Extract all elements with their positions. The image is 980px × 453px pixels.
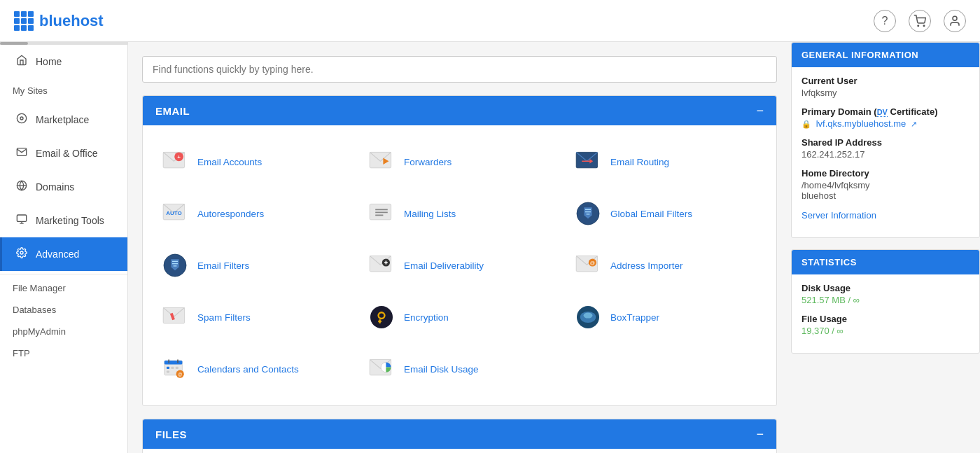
server-info-row: Server Information (802, 209, 969, 221)
disk-usage-label: Disk Usage (802, 283, 969, 293)
sidebar-phpmyadmin[interactable]: phpMyAdmin (0, 321, 127, 342)
svg-rect-59 (167, 370, 169, 372)
sidebar-my-sites-label: My Sites (13, 85, 48, 96)
primary-domain-text: Primary Domain ( (802, 106, 877, 117)
mailing-lists-label: Mailing Lists (404, 209, 456, 219)
shared-ip-label: Shared IP Address (802, 137, 969, 148)
svg-point-4 (20, 117, 23, 120)
disk-usage-row: Disk Usage 521.57 MB / ∞ (802, 283, 969, 305)
sidebar-domains-label: Domains (36, 181, 74, 193)
autoresponders-item[interactable]: AUTO Autoresponders (150, 191, 356, 236)
dv-badge: DV (877, 108, 888, 117)
forwarders-label: Forwarders (404, 157, 451, 167)
spam-filters-item[interactable]: Spam Filters (150, 295, 356, 340)
external-link-icon: ↗ (911, 120, 917, 128)
home-dir-sub: bluehost (802, 190, 969, 201)
primary-domain-label: Primary Domain (DV Certificate) (802, 106, 969, 117)
email-filters-icon (160, 250, 190, 281)
marketing-icon (15, 214, 29, 228)
email-filters-label: Email Filters (197, 260, 249, 271)
sidebar-item-email-office[interactable]: Email & Office (0, 137, 127, 170)
logo: bluehost (14, 11, 104, 31)
sidebar-file-manager[interactable]: File Manager (0, 277, 127, 299)
sidebar-home-label: Home (36, 56, 62, 67)
header: bluehost ? (0, 0, 980, 42)
email-section-collapse[interactable]: − (756, 104, 764, 117)
user-button[interactable] (944, 10, 966, 32)
server-info-link[interactable]: Server Information (802, 210, 876, 221)
spam-filters-icon (160, 302, 190, 333)
sidebar-databases[interactable]: Databases (0, 299, 127, 321)
home-dir-label: Home Directory (802, 168, 969, 179)
email-routing-item[interactable]: Email Routing (563, 139, 769, 184)
primary-domain-text2: Certificate) (888, 106, 938, 117)
right-panel: GENERAL INFORMATION Current User lvfqksm… (791, 42, 980, 453)
email-accounts-icon: + (160, 146, 190, 177)
shared-ip-row: Shared IP Address 162.241.252.17 (802, 137, 969, 160)
primary-domain-row: Primary Domain (DV Certificate) 🔒 lvf.qk… (802, 106, 969, 129)
current-user-label: Current User (802, 76, 969, 86)
svg-point-46 (379, 313, 384, 317)
svg-point-3 (17, 113, 26, 123)
svg-text:@: @ (178, 372, 183, 377)
files-section-collapse[interactable]: − (756, 428, 764, 440)
global-email-filters-item[interactable]: Global Email Filters (563, 191, 769, 236)
main-content: EMAIL − + Email Accounts (128, 42, 791, 453)
email-disk-usage-item[interactable]: Email Disk Usage (356, 347, 563, 391)
address-importer-label: Address Importer (610, 260, 683, 271)
cart-button[interactable] (909, 10, 931, 32)
autoresponders-label: Autoresponders (197, 209, 264, 219)
encryption-item[interactable]: Encryption (356, 295, 563, 340)
sidebar-item-home[interactable]: Home (0, 45, 127, 78)
lock-icon: 🔒 (802, 120, 811, 128)
email-deliverability-icon (366, 250, 397, 281)
svg-point-0 (918, 25, 919, 27)
sidebar-item-marketing[interactable]: Marketing Tools (0, 204, 127, 237)
boxtrapper-label: BoxTrapper (610, 312, 659, 323)
svg-point-2 (953, 16, 957, 20)
marketplace-icon (15, 113, 29, 127)
forwarders-icon (366, 146, 397, 177)
header-icons: ? (874, 10, 966, 32)
general-info-header: GENERAL INFORMATION (792, 43, 979, 67)
sidebar-ftp[interactable]: FTP (0, 342, 127, 364)
domains-icon (15, 180, 29, 194)
statistics-header: STATISTICS (792, 250, 979, 274)
svg-rect-7 (17, 215, 26, 221)
sidebar-item-advanced[interactable]: Advanced (0, 237, 127, 271)
svg-rect-21 (370, 204, 391, 219)
layout: Home My Sites Marketplace Email & Office (0, 42, 980, 453)
sidebar-item-marketplace[interactable]: Marketplace (0, 103, 127, 137)
statistics-body: Disk Usage 521.57 MB / ∞ File Usage 19,3… (792, 274, 979, 353)
global-email-filters-label: Global Email Filters (610, 209, 692, 219)
sidebar-item-domains[interactable]: Domains (0, 170, 127, 204)
autoresponders-icon: AUTO (160, 198, 190, 229)
sidebar-marketplace-label: Marketplace (36, 114, 89, 125)
svg-point-10 (20, 251, 23, 254)
svg-rect-58 (176, 367, 178, 369)
sidebar-email-label: Email & Office (36, 148, 97, 159)
current-user-row: Current User lvfqksmy (802, 76, 969, 98)
disk-usage-value: 521.57 MB / ∞ (802, 295, 969, 305)
mailing-lists-item[interactable]: Mailing Lists (356, 191, 563, 236)
forwarders-item[interactable]: Forwarders (356, 139, 563, 184)
email-accounts-label: Email Accounts (197, 157, 262, 167)
email-accounts-item[interactable]: + Email Accounts (150, 139, 356, 184)
address-importer-item[interactable]: @ Address Importer (563, 243, 769, 288)
general-info-card: GENERAL INFORMATION Current User lvfqksm… (791, 42, 980, 238)
email-deliverability-item[interactable]: Email Deliverability (356, 243, 563, 288)
search-input[interactable] (142, 56, 777, 83)
email-filters-item[interactable]: Email Filters (150, 243, 356, 288)
svg-text:@: @ (590, 260, 595, 266)
email-disk-usage-label: Email Disk Usage (404, 364, 479, 375)
calendars-contacts-item[interactable]: @ Calendars and Contacts (150, 347, 356, 391)
sidebar-divider (0, 274, 127, 274)
help-button[interactable]: ? (874, 10, 896, 32)
primary-domain-link[interactable]: lvf.qks.mybluehost.me (816, 118, 906, 129)
boxtrapper-item[interactable]: BoxTrapper (563, 295, 769, 340)
home-dir-value: /home4/lvfqksmy (802, 180, 969, 190)
general-info-body: Current User lvfqksmy Primary Domain (DV… (792, 67, 979, 237)
sidebar-item-my-sites[interactable]: My Sites (0, 78, 127, 103)
calendars-contacts-label: Calendars and Contacts (197, 364, 299, 375)
files-section-header: FILES − (143, 419, 776, 449)
